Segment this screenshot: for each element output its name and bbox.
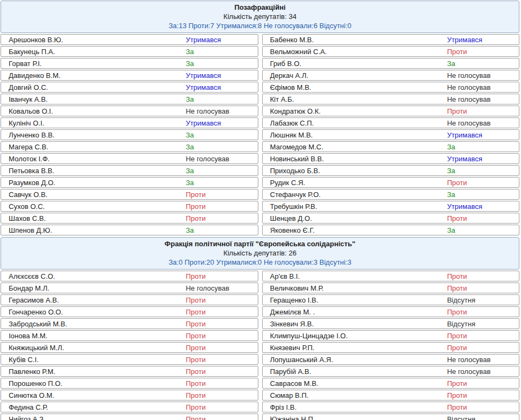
deputy-vote-row: Люшняк М.В. Утримався bbox=[262, 129, 520, 140]
deputy-name: Молоток І.Ф. bbox=[1, 155, 186, 163]
deputy-vote-row: Петьовка В.В. За bbox=[1, 165, 258, 176]
deputy-name: Сюмар В.П. bbox=[263, 391, 447, 399]
faction-vote-summary: За:13 Проти:7 Утрималися:8 Не голосували… bbox=[1, 21, 519, 30]
deputy-vote-row: Іонова М.М. Проти bbox=[1, 330, 258, 341]
deputy-name: Петьовка В.В. bbox=[1, 167, 186, 175]
deputy-vote-value: За bbox=[447, 226, 519, 234]
deputy-name: Южаніна Н.П. bbox=[263, 415, 447, 420]
deputy-vote-value: Проти bbox=[447, 107, 519, 115]
deputy-name: Порошенко П.О. bbox=[1, 379, 186, 388]
deputy-vote-row: Кондратюк О.К. Проти bbox=[262, 106, 520, 116]
deputy-vote-value: Проти bbox=[186, 272, 258, 280]
deputy-name: Бабенко М.В. bbox=[263, 36, 447, 44]
deputy-vote-value: Відсутня bbox=[447, 320, 519, 328]
vote-grid: Арешонков В.Ю. Утримався Бакунець П.А. З… bbox=[1, 34, 519, 237]
deputy-vote-value: За bbox=[186, 131, 258, 139]
deputy-vote-row: Княжицький М.Л. Проти bbox=[1, 342, 258, 353]
faction-header: Фракція політичної партії "Європейська с… bbox=[1, 237, 519, 270]
deputy-name: Парубій А.В. bbox=[263, 368, 447, 376]
deputy-name: Джемілєв М. . bbox=[263, 308, 447, 316]
deputy-vote-row: Лунченко В.В. За bbox=[1, 129, 258, 140]
deputy-vote-row: Приходько Б.В. За bbox=[262, 165, 520, 176]
deputy-vote-value: Утримався bbox=[186, 119, 258, 127]
deputy-name: Лопушанський А.Я. bbox=[263, 356, 447, 364]
deputy-vote-value: Не голосував bbox=[186, 155, 258, 163]
deputy-name: Магомедов М.С. bbox=[263, 143, 447, 151]
deputy-vote-value: Проти bbox=[186, 415, 258, 420]
deputy-name: Єфімов М.В. bbox=[263, 83, 447, 91]
deputy-name: Кіт А.Б. bbox=[263, 95, 447, 103]
deputy-vote-value: Не голосував bbox=[447, 95, 519, 103]
deputy-vote-value: Не голосував bbox=[447, 83, 519, 91]
deputy-vote-row: Джемілєв М. . Проти bbox=[262, 306, 520, 317]
deputy-name: Бондар М.Л. bbox=[1, 284, 186, 292]
deputy-name: Новинський В.В. bbox=[263, 155, 447, 163]
deputy-vote-row: Требушкін Р.В. Утримався bbox=[262, 201, 520, 212]
deputy-vote-value: Проти bbox=[186, 403, 258, 411]
deputy-vote-row: Геращенко І.В. Відсутня bbox=[262, 294, 520, 305]
deputy-vote-row: Порошенко П.О. Проти bbox=[1, 378, 258, 389]
deputy-vote-value: За bbox=[447, 167, 519, 175]
deputy-vote-value: За bbox=[186, 143, 258, 151]
faction-header: Позафракційні Кількість депутатів: 34 За… bbox=[1, 1, 519, 33]
deputy-vote-row: Кіт А.Б. Не голосував bbox=[262, 94, 520, 104]
deputy-name: Арешонков В.Ю. bbox=[1, 36, 186, 44]
deputy-vote-value: Проти bbox=[447, 179, 519, 187]
deputy-vote-value: Утримався bbox=[447, 202, 519, 211]
deputy-vote-value: Не голосував bbox=[186, 284, 258, 292]
deputy-name: Величкович М.Р. bbox=[263, 284, 447, 292]
deputy-vote-row: Іванчук А.В. За bbox=[1, 94, 258, 104]
deputy-vote-row: Шпенов Д.Ю. За bbox=[1, 225, 258, 235]
deputy-vote-value: Проти bbox=[186, 391, 258, 399]
deputy-name: Фріз І.В. bbox=[263, 403, 447, 411]
deputy-vote-row: Арешонков В.Ю. Утримався bbox=[1, 34, 258, 45]
faction-title: Позафракційні bbox=[1, 3, 519, 12]
deputy-name: Деркач А.Л. bbox=[263, 71, 447, 80]
deputy-vote-value: За bbox=[447, 143, 519, 151]
deputy-vote-value: За bbox=[186, 226, 258, 234]
deputy-vote-value: Утримався bbox=[186, 36, 258, 44]
deputy-vote-row: Синютка О.М. Проти bbox=[1, 390, 258, 401]
deputy-vote-row: Фріз І.В. Проти bbox=[262, 402, 520, 412]
deputy-name: Стефанчук Р.О. bbox=[263, 191, 447, 199]
deputy-name: Гриб В.О. bbox=[263, 60, 447, 68]
deputy-vote-value: Відсутня bbox=[447, 296, 519, 304]
deputy-vote-row: Новинський В.В. Утримався bbox=[262, 153, 520, 164]
deputy-vote-value: Відсутня bbox=[447, 415, 519, 420]
deputy-vote-value: Проти bbox=[447, 344, 519, 352]
deputy-name: Герасимов А.В. bbox=[1, 296, 186, 304]
faction-deputies-count: Кількість депутатів: 34 bbox=[1, 12, 519, 21]
deputy-name: Горват Р.І. bbox=[1, 60, 186, 68]
deputy-vote-row: Молоток І.Ф. Не голосував bbox=[1, 153, 258, 164]
deputy-name: Довгий О.С. bbox=[1, 83, 186, 91]
deputy-vote-row: Климпуш-Цинцадзе І.О. Проти bbox=[262, 330, 520, 341]
deputy-vote-row: Южаніна Н.П. Відсутня bbox=[262, 414, 520, 420]
deputy-vote-row: Бондар М.Л. Не голосував bbox=[1, 283, 258, 293]
vote-column-right: Ар'єв В.І. Проти Величкович М.Р. Проти Г… bbox=[262, 271, 520, 420]
faction-section: Позафракційні Кількість депутатів: 34 За… bbox=[1, 1, 519, 237]
deputy-vote-value: Утримався bbox=[447, 131, 519, 139]
deputy-name: Вельможний С.А. bbox=[263, 48, 447, 56]
deputy-name: Магера С.В. bbox=[1, 143, 186, 151]
deputy-vote-value: Проти bbox=[447, 403, 519, 411]
deputy-name: Іонова М.М. bbox=[1, 332, 186, 340]
deputy-name: Бакунець П.А. bbox=[1, 48, 186, 56]
deputy-vote-row: Магомедов М.С. За bbox=[262, 141, 520, 152]
deputy-name: Кубів С.І. bbox=[1, 356, 186, 364]
deputy-vote-value: За bbox=[186, 48, 258, 56]
faction-section: Фракція політичної партії "Європейська с… bbox=[1, 237, 519, 420]
deputy-vote-value: Не голосував bbox=[447, 356, 519, 364]
deputy-name: Шенцев Д.О. bbox=[263, 214, 447, 222]
deputy-vote-row: Гончаренко О.О. Проти bbox=[1, 306, 258, 317]
deputy-vote-row: Бакунець П.А. За bbox=[1, 46, 258, 57]
deputy-vote-value: Проти bbox=[186, 320, 258, 328]
deputy-name: Ковальов О.І. bbox=[1, 107, 186, 115]
deputy-vote-value: Проти bbox=[447, 379, 519, 388]
deputy-vote-value: Проти bbox=[186, 191, 258, 199]
deputy-vote-value: За bbox=[447, 60, 519, 68]
deputy-vote-row: Довгий О.С. Утримався bbox=[1, 82, 258, 93]
deputy-name: Климпуш-Цинцадзе І.О. bbox=[263, 332, 447, 340]
deputy-name: Яковенко Є.Г. bbox=[263, 226, 447, 234]
deputy-vote-row: Горват Р.І. За bbox=[1, 58, 258, 69]
deputy-name: Кондратюк О.К. bbox=[263, 107, 447, 115]
